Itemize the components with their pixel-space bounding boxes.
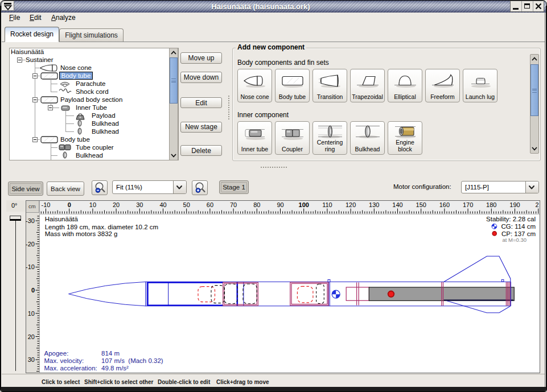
svg-text:-10: -10 bbox=[42, 201, 51, 208]
svg-text:Haisunäätä: Haisunäätä bbox=[45, 216, 79, 222]
svg-text:Apogee:: Apogee: bbox=[44, 350, 69, 357]
svg-text:20: 20 bbox=[113, 201, 120, 208]
svg-text:150: 150 bbox=[416, 201, 426, 208]
svg-text:at M=0.30: at M=0.30 bbox=[502, 237, 527, 243]
svg-text:10: 10 bbox=[28, 310, 35, 317]
svg-text:Mass with motors 3832 g: Mass with motors 3832 g bbox=[45, 230, 118, 237]
svg-text:Max. acceleration:: Max. acceleration: bbox=[44, 365, 97, 372]
svg-text:140: 140 bbox=[392, 201, 402, 208]
svg-text:80: 80 bbox=[253, 201, 260, 208]
svg-text:CG: 114 cm: CG: 114 cm bbox=[501, 223, 536, 230]
svg-text:160: 160 bbox=[439, 201, 450, 208]
svg-text:170: 170 bbox=[463, 201, 473, 208]
svg-text:-20: -20 bbox=[26, 241, 35, 247]
svg-text:30: 30 bbox=[28, 356, 35, 363]
svg-text:Stability: 2.28 cal: Stability: 2.28 cal bbox=[486, 216, 536, 222]
svg-text:0: 0 bbox=[31, 287, 35, 294]
svg-text:90: 90 bbox=[277, 201, 283, 208]
svg-text:130: 130 bbox=[369, 201, 379, 208]
svg-text:-10: -10 bbox=[26, 263, 35, 270]
svg-text:Max. velocity:: Max. velocity: bbox=[44, 357, 84, 364]
svg-text:60: 60 bbox=[207, 201, 213, 208]
svg-text:20: 20 bbox=[28, 333, 35, 340]
svg-text:Length 189 cm, max. diameter 1: Length 189 cm, max. diameter 10.2 cm bbox=[45, 224, 158, 230]
svg-text:100: 100 bbox=[299, 201, 309, 208]
svg-text:120: 120 bbox=[346, 201, 356, 208]
svg-text:CP: 137 cm: CP: 137 cm bbox=[501, 230, 536, 237]
svg-text:190: 190 bbox=[509, 201, 520, 208]
svg-text:107 m/s (Mach 0.32): 107 m/s (Mach 0.32) bbox=[101, 357, 163, 364]
svg-text:49.8 m/s²: 49.8 m/s² bbox=[101, 365, 129, 372]
svg-text:50: 50 bbox=[183, 201, 190, 208]
svg-text:70: 70 bbox=[230, 201, 237, 208]
svg-text:110: 110 bbox=[322, 201, 332, 208]
svg-text:30: 30 bbox=[136, 201, 143, 208]
svg-text:0: 0 bbox=[68, 201, 71, 208]
svg-text:180: 180 bbox=[486, 201, 496, 208]
svg-text:814 m: 814 m bbox=[101, 350, 120, 357]
svg-text:10: 10 bbox=[89, 201, 96, 208]
svg-text:-30: -30 bbox=[26, 217, 35, 224]
svg-text:40: 40 bbox=[159, 201, 166, 208]
svg-text:2: 2 bbox=[535, 201, 538, 208]
